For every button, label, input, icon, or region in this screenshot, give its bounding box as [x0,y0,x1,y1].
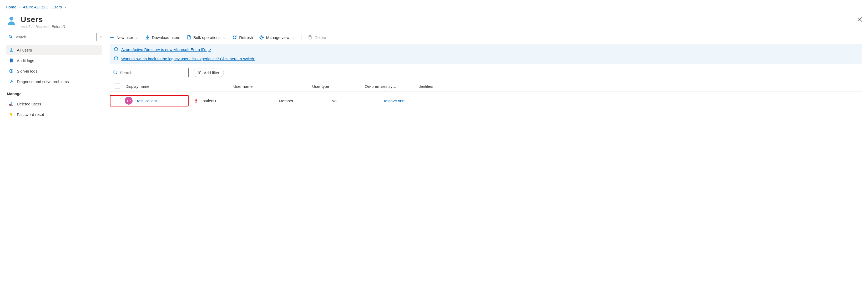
toolbar-label: Bulk operations [193,35,220,40]
info-banner-legacy: Want to switch back to the legacy users … [110,55,862,64]
info-banner-entra: Azure Active Directory is now Microsoft … [110,44,862,55]
more-actions[interactable]: ··· [333,35,338,40]
person-icon [9,47,14,52]
page-title: Users [21,15,65,24]
svg-point-11 [10,102,12,104]
sidebar-item-sign-in-logs[interactable]: Sign-in logs [6,66,102,76]
legacy-switch-link[interactable]: Want to switch back to the legacy users … [121,57,255,61]
collapse-sidebar-icon[interactable]: « [100,35,102,39]
svg-rect-16 [11,115,12,116]
document-icon [186,35,191,40]
cell-user-name: patient1 [203,99,279,103]
svg-rect-7 [10,59,11,62]
row-highlight-box: TP Test Patient1 [110,95,189,106]
search-icon [113,70,117,75]
refresh-icon [232,35,237,40]
toolbar-label: New user [117,35,133,40]
cell-user-type: Member [279,99,332,103]
svg-line-34 [116,73,117,74]
sidebar-search-input[interactable] [14,35,94,39]
banner-text: Azure Active Directory is now Microsoft … [121,47,206,52]
external-link-icon: ↗ [208,48,211,52]
sidebar-item-label: Password reset [17,112,44,117]
toolbar-label: Download users [152,35,180,40]
toolbar: New user ⌄ Download users Bulk operation… [110,33,862,44]
col-display-name[interactable]: Display name [125,84,149,89]
search-icon [9,35,12,39]
sidebar-item-all-users[interactable]: All users [6,45,102,55]
sidebar-item-label: Sign-in logs [17,69,37,73]
users-table: Display name ↑ User name User type On-pr… [110,81,862,110]
svg-rect-22 [309,37,311,39]
annotation-marker: 6 [194,98,197,104]
sidebar-section-manage: Manage [6,87,102,99]
new-user-button[interactable]: New user ⌄ [110,35,138,40]
sidebar-item-password-reset[interactable]: Password reset [6,109,102,120]
sidebar-search[interactable] [6,33,96,41]
cell-identities[interactable]: testb2c.onm [384,99,862,103]
entra-notice-link[interactable]: Azure Active Directory is now Microsoft … [121,47,211,52]
svg-line-4 [11,37,12,38]
close-button[interactable] [858,17,862,23]
sidebar-item-label: All users [17,48,32,52]
trash-icon [308,35,312,40]
chevron-right-icon: › [64,5,66,9]
key-icon [9,112,14,117]
chevron-down-icon: ⌄ [291,35,295,40]
sidebar-item-audit-logs[interactable]: Audit logs [6,55,102,66]
svg-line-9 [10,81,12,83]
users-search[interactable] [110,68,189,77]
sidebar-item-diagnose[interactable]: Diagnose and solve problems [6,76,102,87]
chevron-right-icon: › [19,5,20,9]
breadcrumb-home[interactable]: Home [6,5,16,9]
delete-button: Delete [308,35,326,40]
filter-icon [197,70,201,75]
svg-point-0 [9,17,13,21]
filter-row: Add filter [110,68,862,77]
col-on-prem[interactable]: On-premises sy… [365,84,417,89]
chevron-down-icon: ⌄ [135,35,138,40]
info-icon [114,56,118,61]
more-icon[interactable]: ··· [74,18,79,22]
bulk-operations-button[interactable]: Bulk operations ⌄ [186,35,226,40]
add-filter-button[interactable]: Add filter [193,69,224,77]
sort-asc-icon[interactable]: ↑ [153,84,155,89]
svg-marker-35 [198,71,201,74]
breadcrumb-parent[interactable]: Azure AD B2C | Users [23,5,62,9]
manage-view-button[interactable]: Manage view ⌄ [259,35,295,40]
cell-on-prem: No [332,99,384,103]
users-search-input[interactable] [120,70,185,75]
toolbar-label: Refresh [239,35,253,40]
signin-icon [9,69,14,73]
separator [301,34,302,40]
plus-icon [110,35,115,40]
select-all-checkbox[interactable] [115,83,120,89]
users-icon [6,15,17,27]
sidebar-item-label: Audit logs [17,58,34,63]
svg-rect-13 [10,105,11,105]
col-identities[interactable]: Identities [417,84,862,89]
person-remove-icon [9,101,14,106]
col-user-type[interactable]: User type [312,84,365,89]
svg-point-5 [10,48,12,50]
sidebar-item-label: Deleted users [17,102,41,106]
sidebar-item-label: Diagnose and solve problems [17,79,69,84]
toolbar-label: Manage view [266,35,289,40]
download-users-button[interactable]: Download users [145,35,180,40]
chevron-down-icon: ⌄ [222,35,226,40]
main-panel: New user ⌄ Download users Bulk operation… [102,33,862,120]
table-row[interactable]: TP Test Patient1 6 patient1 Member No te… [110,92,862,110]
col-user-name[interactable]: User name [233,84,312,89]
pill-label: Add filter [204,70,219,75]
sidebar-item-deleted-users[interactable]: Deleted users [6,99,102,109]
gear-icon [259,35,264,40]
table-header: Display name ↑ User name User type On-pr… [110,81,862,92]
sidebar: « All users Audit logs Sign-in logs [6,33,102,120]
page-subtitle: testb2c - Microsoft Entra ID [21,25,65,29]
svg-point-29 [116,48,116,48]
row-checkbox[interactable] [116,98,121,103]
refresh-button[interactable]: Refresh [232,35,253,40]
user-display-name-link[interactable]: Test Patient1 [136,99,159,103]
svg-point-21 [261,37,262,38]
svg-point-32 [116,57,116,58]
